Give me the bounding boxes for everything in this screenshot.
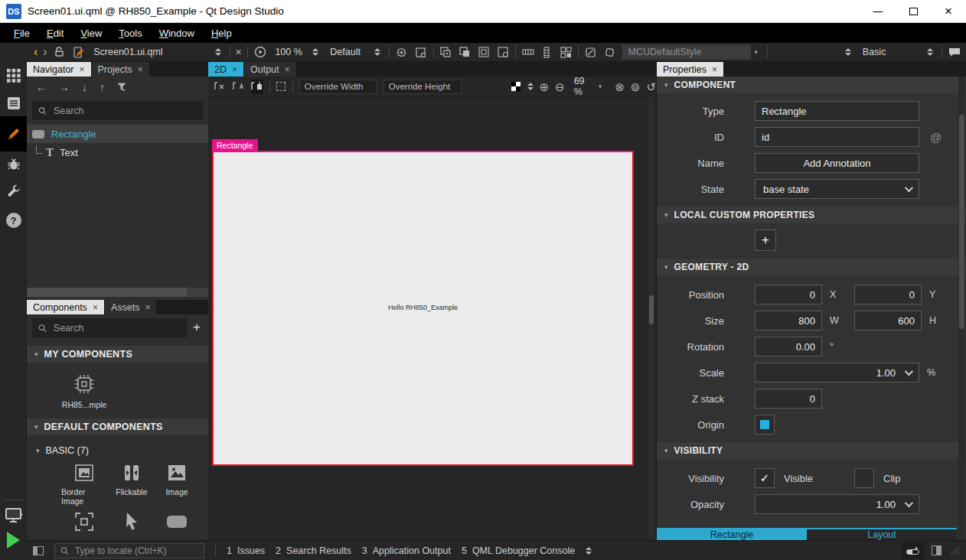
component-image[interactable]: Image	[154, 463, 200, 497]
grid-view-icon[interactable]	[559, 44, 573, 60]
preview-zoom-selector[interactable]: 100 %	[272, 44, 321, 60]
spinner-icon[interactable]	[527, 83, 534, 90]
tab-properties[interactable]: Properties ×	[657, 62, 724, 77]
select-bounds-icon[interactable]	[477, 44, 491, 60]
add-property-button[interactable]: +	[755, 230, 776, 251]
lock-icon[interactable]	[53, 44, 67, 60]
sync-icon[interactable]	[395, 44, 409, 60]
snap-anchors-icon[interactable]	[233, 80, 245, 94]
show-bounds-icon[interactable]	[276, 80, 286, 94]
refresh-bounds-icon[interactable]	[496, 44, 510, 60]
component-rectangle[interactable]	[154, 514, 200, 529]
style-selector[interactable]: MCUDefaultStyle ▾	[622, 44, 762, 60]
menu-edit[interactable]: Edit	[39, 25, 71, 41]
components-search-input[interactable]	[52, 322, 181, 334]
add-module-button[interactable]: +	[193, 320, 201, 335]
create-component-icon[interactable]	[439, 44, 453, 60]
feedback-icon[interactable]	[948, 44, 961, 60]
tab-components[interactable]: Components ×	[27, 300, 105, 314]
edit-document-icon[interactable]	[71, 44, 85, 60]
tab-output[interactable]: Output ×	[244, 62, 297, 77]
artboard[interactable]: Hello RH850_Example	[212, 151, 634, 466]
menu-view[interactable]: View	[73, 25, 109, 41]
edit-mode-button[interactable]	[0, 94, 27, 112]
run-preview-icon[interactable]	[253, 44, 267, 60]
tab-rectangle[interactable]: Rectangle	[657, 529, 807, 540]
zoom-fit-icon[interactable]: ⊚	[631, 81, 641, 93]
duplicate-component-icon[interactable]	[458, 44, 472, 60]
artboard-label[interactable]: Rectangle	[212, 139, 258, 151]
tab-layout[interactable]: Layout	[807, 529, 957, 540]
properties-scrollbar[interactable]	[958, 77, 965, 540]
size-h-input[interactable]	[854, 311, 922, 330]
minimize-button[interactable]: —	[860, 0, 896, 22]
pane-search-results[interactable]: 2 Search Results	[276, 545, 351, 556]
help-mode-button[interactable]: ?	[0, 211, 27, 230]
scrollbar-thumb[interactable]	[649, 295, 654, 324]
close-icon[interactable]: ×	[285, 64, 290, 75]
section-local-custom-properties[interactable]: ▾ LOCAL CUSTOM PROPERTIES	[657, 207, 966, 223]
override-width-input[interactable]	[299, 80, 377, 94]
id-input[interactable]	[755, 127, 919, 147]
canvas-vertical-scrollbar[interactable]	[648, 96, 654, 540]
zoom-out-icon[interactable]: ⊖	[555, 81, 565, 93]
tab-navigator[interactable]: Navigator ×	[27, 62, 92, 77]
menu-help[interactable]: Help	[204, 25, 240, 41]
clip-checkbox[interactable]	[854, 468, 874, 488]
component-item[interactable]	[61, 511, 107, 532]
size-w-input[interactable]	[755, 311, 822, 330]
tab-projects[interactable]: Projects ×	[92, 62, 150, 77]
canvas-color-icon[interactable]	[511, 80, 521, 94]
section-visibility[interactable]: ▾ VISIBILITY	[657, 442, 966, 459]
close-icon[interactable]: ×	[145, 302, 150, 313]
menu-tools[interactable]: Tools	[111, 25, 149, 41]
move-left-button[interactable]: ←	[36, 81, 47, 93]
section-my-components[interactable]: ▾ MY COMPONENTS	[27, 346, 208, 363]
zoom-in-icon[interactable]: ⊕	[540, 81, 550, 93]
close-icon[interactable]: ×	[712, 64, 717, 75]
move-down-button[interactable]: ↓	[82, 81, 87, 93]
toggle-right-sidebar-icon[interactable]	[932, 545, 942, 555]
zoom-all-icon[interactable]: ⊗	[615, 81, 625, 93]
document-selector[interactable]: Screen01.ui.qml	[90, 44, 224, 60]
kit-selector-button[interactable]	[0, 506, 27, 526]
scale-dropdown[interactable]: 1.00	[755, 363, 919, 383]
section-default-components[interactable]: ▾ DEFAULT COMPONENTS	[27, 418, 208, 435]
add-annotation-button[interactable]: Add Annotation	[755, 153, 919, 173]
pane-issues[interactable]: 1 Issues	[227, 545, 265, 556]
canvas-zoom-selector[interactable]: 69 % ▾	[571, 79, 609, 94]
tree-item-text[interactable]: T Text	[27, 143, 208, 161]
edit-shape-icon[interactable]	[584, 44, 598, 60]
reset-view-icon[interactable]: ↺	[646, 81, 656, 93]
component-flickable[interactable]: Flickable	[109, 463, 155, 497]
locator[interactable]	[54, 543, 204, 558]
opacity-dropdown[interactable]: 1.00	[755, 494, 919, 514]
pane-spinner-icon[interactable]	[586, 547, 592, 555]
tab-2d[interactable]: 2D ×	[208, 62, 244, 77]
position-y-input[interactable]	[854, 285, 922, 304]
no-snapping-icon[interactable]	[214, 80, 227, 94]
design-mode-button[interactable]	[0, 116, 27, 151]
snap-items-icon[interactable]	[251, 80, 263, 94]
rotation-input[interactable]	[755, 337, 822, 357]
workspace-selector[interactable]	[773, 44, 854, 60]
close-icon[interactable]: ×	[138, 64, 143, 75]
welcome-mode-button[interactable]	[0, 67, 27, 85]
progress-indicator[interactable]: ▲	[901, 542, 924, 559]
component-rh850-example[interactable]: RH85...mple	[61, 373, 107, 409]
pane-application-output[interactable]: 3 Application Output	[362, 545, 451, 556]
close-icon[interactable]: ×	[93, 302, 98, 313]
target-selector[interactable]: Default	[327, 44, 383, 60]
navigator-search-input[interactable]	[52, 105, 197, 117]
type-input[interactable]	[755, 101, 919, 121]
tab-assets[interactable]: Assets ×	[105, 300, 158, 314]
debug-mode-button[interactable]	[0, 155, 27, 174]
filter-icon[interactable]	[117, 83, 127, 92]
run-button[interactable]	[0, 530, 27, 550]
menu-window[interactable]: Window	[152, 25, 202, 41]
visible-checkbox[interactable]: ✓	[755, 468, 775, 488]
override-height-input[interactable]	[383, 80, 462, 94]
navigator-search[interactable]	[32, 101, 203, 120]
section-basic[interactable]: ▾ BASIC (7)	[27, 443, 89, 458]
scrollbar-thumb[interactable]	[959, 115, 964, 329]
